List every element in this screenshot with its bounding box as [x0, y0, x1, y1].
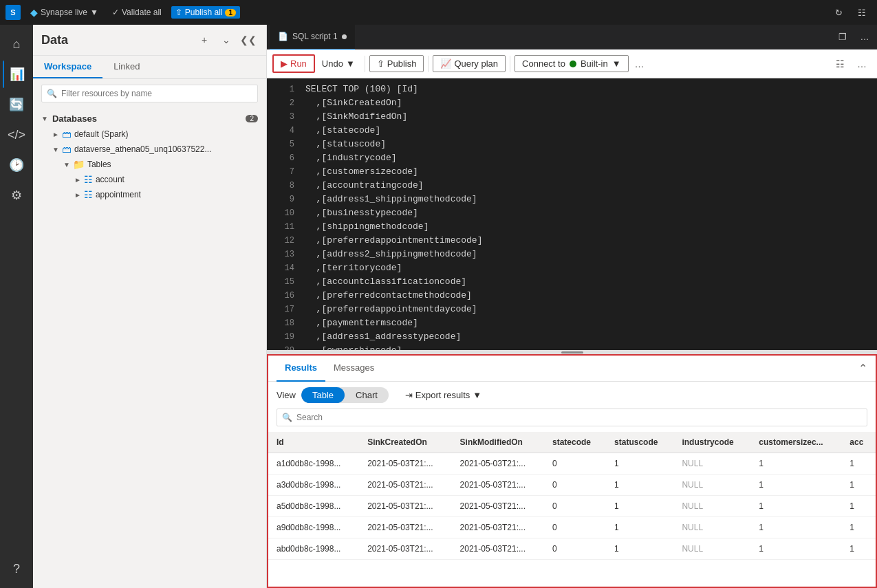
- more-toolbar-options[interactable]: …: [852, 54, 871, 74]
- line-number: 20: [272, 345, 294, 350]
- code-text: ,[businesstypecode]: [305, 208, 418, 218]
- code-line-3: 3 ,[SinkModifiedOn]: [267, 111, 877, 125]
- activity-develop[interactable]: </>: [3, 121, 30, 149]
- column-header: industrycode: [673, 432, 750, 453]
- column-header: Id: [268, 432, 359, 453]
- table-cell: 1: [841, 496, 876, 517]
- table-cell: 1: [750, 517, 841, 538]
- activity-home[interactable]: ⌂: [3, 30, 30, 58]
- results-close-button[interactable]: ⌃: [858, 362, 867, 375]
- code-text: ,[industrycode]: [305, 153, 397, 163]
- view-chart-button[interactable]: Chart: [345, 387, 389, 403]
- undo-dropdown[interactable]: Undo ▼: [316, 56, 360, 72]
- code-line-11: 11 ,[shippingmethodcode]: [267, 221, 877, 235]
- line-number: 12: [272, 235, 294, 246]
- table-cell: 2021-05-03T21:...: [452, 453, 544, 475]
- filter-search-box: 🔍: [41, 85, 258, 102]
- publish-icon: ⇧: [377, 58, 385, 69]
- databases-section-header[interactable]: ▼ Databases 2: [33, 111, 266, 127]
- more-connect-options[interactable]: …: [630, 54, 649, 74]
- code-text: SELECT TOP (100) [Id]: [305, 84, 418, 94]
- table-row: abd0db8c-1998...2021-05-03T21:...2021-05…: [268, 538, 876, 560]
- code-text: ,[preferredappointmenttimecode]: [305, 235, 482, 246]
- query-plan-button[interactable]: 📈 Query plan: [433, 55, 506, 72]
- code-text: ,[customersizecode]: [305, 166, 418, 177]
- more-options-button[interactable]: …: [855, 28, 874, 47]
- settings-icon[interactable]: ☷: [852, 3, 871, 22]
- code-line-19: 19 ,[address1_addresstypecode]: [267, 331, 877, 345]
- table-cell: 1: [606, 496, 673, 517]
- connected-status-dot: [570, 61, 576, 67]
- folder-icon: 📁: [73, 159, 85, 170]
- code-line-14: 14 ,[territorycode]: [267, 263, 877, 276]
- tree-item-default-spark[interactable]: ► 🗃 default (Spark): [33, 127, 266, 142]
- results-tab-messages[interactable]: Messages: [325, 356, 382, 382]
- line-number: 7: [272, 166, 294, 177]
- export-results-button[interactable]: ⇥ Export results ▼: [405, 390, 481, 400]
- activity-data[interactable]: 📊: [3, 61, 30, 88]
- instance-selector[interactable]: ◆ Synapse live ▼: [26, 6, 102, 19]
- code-text: ,[ownershipcode]: [305, 345, 402, 350]
- view-table-button[interactable]: Table: [301, 387, 345, 403]
- table-row: a5d0db8c-1998...2021-05-03T21:...2021-05…: [268, 496, 876, 517]
- run-icon: ▶: [281, 58, 288, 69]
- close-panel-button[interactable]: ❮❮: [239, 30, 258, 50]
- table-icon: ☷: [84, 174, 93, 185]
- table-cell: 0: [544, 517, 606, 538]
- tree-chevron-default: ►: [52, 131, 59, 138]
- run-button[interactable]: ▶ Run: [272, 54, 315, 73]
- tree-item-appointment[interactable]: ► ☷ appointment: [33, 187, 266, 202]
- publish-button[interactable]: ⇧ Publish: [369, 55, 424, 72]
- add-resource-button[interactable]: +: [195, 30, 214, 50]
- column-header: customersizec...: [750, 432, 841, 453]
- results-search-input[interactable]: [277, 409, 867, 426]
- database-icon-2: 🗃: [62, 144, 72, 155]
- table-cell: 0: [544, 475, 606, 496]
- tab-workspace[interactable]: Workspace: [33, 56, 102, 78]
- editor-results-container: 1SELECT TOP (100) [Id]2 ,[SinkCreatedOn]…: [267, 78, 877, 588]
- code-text: ,[address2_shippingmethodcode]: [305, 249, 477, 259]
- table-cell: 1: [606, 517, 673, 538]
- table-cell: a5d0db8c-1998...: [268, 496, 359, 517]
- right-panel: 📄 SQL script 1 ❐ … ▶ Run Undo ▼ ⇧ Publi: [267, 25, 877, 588]
- table-cell: 2021-05-03T21:...: [359, 496, 451, 517]
- results-tab-results[interactable]: Results: [277, 356, 325, 382]
- results-view-toolbar: View Table Chart ⇥ Export results ▼: [268, 382, 876, 409]
- activity-monitor[interactable]: 🕑: [3, 151, 30, 179]
- data-table: IdSinkCreatedOnSinkModifiedOnstatecodest…: [268, 432, 876, 560]
- validate-all-button[interactable]: ✓ Validate all: [108, 6, 166, 19]
- tree-item-tables-folder[interactable]: ▼ 📁 Tables: [33, 157, 266, 172]
- table-cell: 2021-05-03T21:...: [452, 517, 544, 538]
- results-search-icon: 🔍: [282, 413, 292, 422]
- collapse-button[interactable]: ⌄: [217, 30, 236, 50]
- code-editor[interactable]: 1SELECT TOP (100) [Id]2 ,[SinkCreatedOn]…: [267, 78, 877, 350]
- refresh-icon[interactable]: ↻: [829, 3, 848, 22]
- publish-all-button[interactable]: ⇧ Publish all 1: [171, 6, 240, 19]
- expand-editor-button[interactable]: ❐: [833, 28, 852, 47]
- line-number: 6: [272, 153, 294, 163]
- results-data-table: IdSinkCreatedOnSinkModifiedOnstatecodest…: [268, 432, 876, 587]
- table-cell: 2021-05-03T21:...: [452, 538, 544, 560]
- line-number: 17: [272, 304, 294, 314]
- tree-item-account[interactable]: ► ☷ account: [33, 172, 266, 187]
- results-tabs-row: Results Messages ⌃: [268, 356, 876, 382]
- toolbar-separator-1: [365, 56, 365, 72]
- activity-manage[interactable]: ⚙: [3, 182, 30, 209]
- code-line-4: 4 ,[statecode]: [267, 125, 877, 139]
- activity-help[interactable]: ?: [3, 555, 30, 582]
- tree-item-dataverse[interactable]: ▼ 🗃 dataverse_athena05_unq10637522...: [33, 142, 266, 157]
- script-tab-1[interactable]: 📄 SQL script 1: [270, 25, 355, 50]
- table-row: a9d0db8c-1998...2021-05-03T21:...2021-05…: [268, 517, 876, 538]
- tab-linked[interactable]: Linked: [102, 56, 151, 78]
- app-logo: S: [6, 5, 21, 20]
- filter-toolbar-icon[interactable]: ☷: [830, 54, 849, 74]
- line-number: 8: [272, 180, 294, 190]
- dropdown-chevron: ▼: [346, 58, 355, 69]
- filter-input[interactable]: [41, 85, 258, 102]
- code-line-7: 7 ,[customersizecode]: [267, 166, 877, 180]
- code-text: ,[address1_shippingmethodcode]: [305, 194, 477, 204]
- activity-integrate[interactable]: 🔄: [3, 91, 30, 118]
- tree-chevron-dataverse: ▼: [52, 146, 59, 153]
- connect-to-dropdown[interactable]: Connect to Built-in ▼: [515, 55, 629, 72]
- table-cell: 1: [606, 538, 673, 560]
